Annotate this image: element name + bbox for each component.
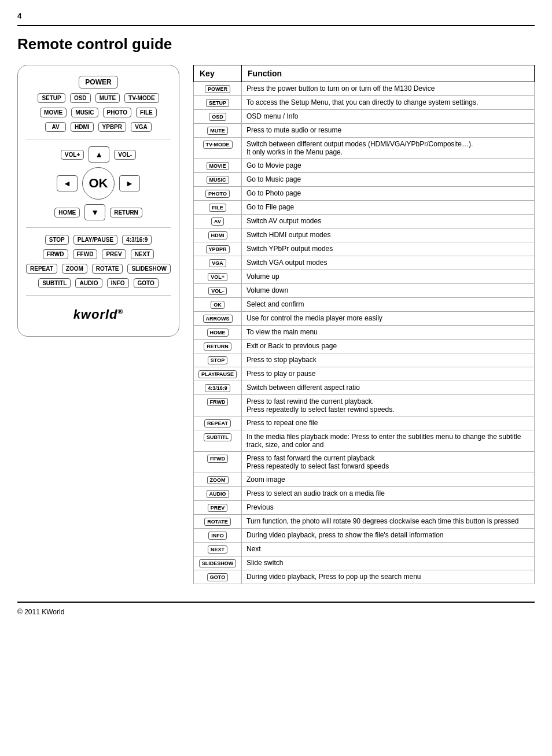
- btn-ffwd[interactable]: FFWD: [73, 249, 98, 259]
- btn-movie[interactable]: MOVIE: [40, 108, 67, 117]
- table-row: YPBPRSwitch YPbPr output modes: [194, 242, 535, 256]
- btn-photo[interactable]: PHOTO: [103, 108, 131, 117]
- btn-ypbpr[interactable]: YPBPR: [98, 122, 126, 132]
- table-row: STOPPress to stop playback: [194, 353, 535, 367]
- btn-power[interactable]: POWER: [79, 76, 117, 88]
- btn-playpause[interactable]: PLAY/PAUSE: [73, 235, 117, 245]
- key-badge: PLAY/PAUSE: [198, 370, 237, 378]
- table-cell-key: HOME: [194, 326, 242, 340]
- table-row: AUDIOPress to select an audio track on a…: [194, 487, 535, 501]
- btn-subtitl[interactable]: SUBTITL: [38, 278, 71, 288]
- table-cell-key: POWER: [194, 82, 242, 96]
- table-cell-function: To access the Setup Menu, that you can d…: [242, 96, 535, 110]
- table-cell-key: RETURN: [194, 340, 242, 353]
- btn-goto[interactable]: GOTO: [134, 278, 159, 288]
- btn-zoom[interactable]: ZOOM: [62, 264, 87, 274]
- key-badge: HDMI: [208, 231, 227, 239]
- table-row: PREVPrevious: [194, 501, 535, 515]
- table-row: HDMISwitch HDMI output modes: [194, 228, 535, 242]
- btn-hdmi[interactable]: HDMI: [71, 122, 94, 132]
- table-cell-function: Press to play or pause: [242, 367, 535, 381]
- table-row: VOL-Volume down: [194, 284, 535, 298]
- key-badge: POWER: [205, 85, 230, 93]
- btn-slideshow[interactable]: SLIDESHOW: [127, 264, 171, 274]
- table-cell-function: Go to Movie page: [242, 159, 535, 173]
- table-cell-key: AV: [194, 215, 242, 228]
- btn-music[interactable]: MUSIC: [71, 108, 98, 117]
- btn-volplus[interactable]: VOL+: [61, 150, 84, 160]
- table-cell-function: To view the main menu: [242, 326, 535, 340]
- btn-repeat[interactable]: REPEAT: [26, 264, 57, 274]
- key-badge: NEXT: [208, 545, 227, 554]
- btn-av[interactable]: AV: [45, 122, 66, 132]
- table-cell-function: Exit or Back to previous page: [242, 340, 535, 353]
- key-badge: PHOTO: [205, 190, 230, 198]
- table-cell-key: PREV: [194, 501, 242, 515]
- table-cell-key: VOL-: [194, 284, 242, 298]
- btn-setup[interactable]: SETUP: [38, 93, 65, 103]
- btn-up[interactable]: ▲: [89, 146, 109, 163]
- btn-tvmode[interactable]: TV-MODE: [124, 93, 159, 103]
- table-cell-key: STOP: [194, 353, 242, 367]
- table-row: AVSwitch AV output modes: [194, 215, 535, 228]
- remote-row-ok: ◄ OK ►: [26, 167, 171, 200]
- btn-prev[interactable]: PREV: [102, 249, 126, 259]
- btn-down[interactable]: ▼: [84, 204, 105, 220]
- remote-illustration: POWER SETUP OSD MUTE TV-MODE MOVIE MUSIC…: [17, 65, 179, 337]
- btn-right[interactable]: ►: [119, 175, 140, 191]
- btn-info[interactable]: INFO: [107, 278, 129, 288]
- btn-audio[interactable]: AUDIO: [75, 278, 102, 288]
- btn-aspect[interactable]: 4:3/16:9: [122, 235, 152, 245]
- table-cell-function: Switch between different aspect ratio: [242, 381, 535, 395]
- key-badge: OK: [211, 301, 225, 309]
- btn-stop[interactable]: STOP: [45, 235, 69, 245]
- btn-rotate[interactable]: ROTATE: [92, 264, 123, 274]
- key-badge: GOTO: [207, 573, 228, 581]
- key-badge: MOVIE: [207, 162, 229, 170]
- btn-return[interactable]: RETURN: [110, 208, 142, 217]
- btn-vga[interactable]: VGA: [131, 122, 152, 132]
- footer-divider: © 2011 KWorld: [17, 602, 535, 616]
- btn-next[interactable]: NEXT: [131, 249, 154, 259]
- btn-frwd[interactable]: FRWD: [43, 249, 68, 259]
- table-cell-function: Volume up: [242, 270, 535, 284]
- remote-divider-1: [26, 139, 171, 139]
- table-cell-function: Go to Photo page: [242, 187, 535, 201]
- btn-osd[interactable]: OSD: [70, 93, 91, 103]
- table-cell-key: SETUP: [194, 96, 242, 110]
- table-row: ZOOMZoom image: [194, 473, 535, 487]
- key-badge: VOL+: [208, 273, 227, 281]
- table-cell-key: FILE: [194, 201, 242, 215]
- btn-ok[interactable]: OK: [82, 167, 115, 200]
- remote-row-stop: STOP PLAY/PAUSE 4:3/16:9: [26, 235, 171, 245]
- btn-file[interactable]: FILE: [136, 108, 157, 117]
- table-cell-function: Press to select an audio track on a medi…: [242, 487, 535, 501]
- table-row: RETURNExit or Back to previous page: [194, 340, 535, 353]
- footer-copyright: © 2011 KWorld: [17, 608, 64, 616]
- table-cell-key: PHOTO: [194, 187, 242, 201]
- btn-home[interactable]: HOME: [54, 208, 80, 217]
- key-badge: AUDIO: [207, 490, 229, 498]
- table-cell-key: HDMI: [194, 228, 242, 242]
- key-badge: MUTE: [207, 127, 228, 135]
- table-cell-key: MUTE: [194, 124, 242, 138]
- table-cell-function: OSD menu / Info: [242, 110, 535, 124]
- btn-left[interactable]: ◄: [57, 175, 78, 191]
- key-badge: TV-MODE: [203, 141, 233, 149]
- table-row: VGASwitch VGA output modes: [194, 256, 535, 270]
- table-row: VOL+Volume up: [194, 270, 535, 284]
- table-cell-function: Press the power button to turn on or tur…: [242, 82, 535, 96]
- key-badge: MUSIC: [207, 176, 229, 184]
- table-cell-function: Press to fast forward the current playba…: [242, 452, 535, 473]
- remote-row-home: HOME ▼ RETURN: [26, 204, 171, 220]
- remote-divider-3: [26, 295, 171, 296]
- table-cell-key: ROTATE: [194, 515, 242, 529]
- btn-mute[interactable]: MUTE: [95, 93, 120, 103]
- table-row: REPEATPress to repeat one file: [194, 416, 535, 430]
- key-badge: STOP: [208, 356, 227, 364]
- table-cell-key: INFO: [194, 529, 242, 543]
- table-cell-key: ARROWS: [194, 312, 242, 326]
- btn-volminus[interactable]: VOL-: [114, 150, 136, 160]
- table-row: INFODuring video playback, press to show…: [194, 529, 535, 543]
- key-badge: SUBTITL: [204, 433, 231, 441]
